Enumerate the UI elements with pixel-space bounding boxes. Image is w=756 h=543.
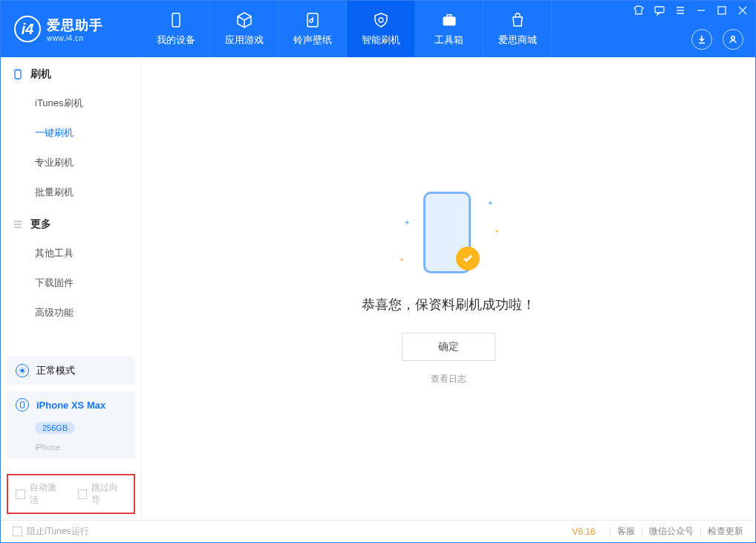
menu-icon[interactable] xyxy=(674,4,687,17)
device-type: iPhone xyxy=(35,443,60,452)
cube-icon xyxy=(235,11,253,29)
app-header: i4 爱思助手 www.i4.cn 我的设备 应用游戏 铃声壁纸 智能刷机 工具… xyxy=(1,1,755,57)
window-controls xyxy=(632,4,749,17)
tab-my-device[interactable]: 我的设备 xyxy=(142,1,210,57)
svg-point-8 xyxy=(21,369,24,372)
phone-icon xyxy=(13,69,23,79)
svg-rect-10 xyxy=(21,402,25,408)
storage-badge: 256GB xyxy=(35,422,75,434)
status-bar: 阻止iTunes运行 V8.16 | 客服 | 微信公众号 | 检查更新 xyxy=(1,520,755,542)
view-log-link[interactable]: 查看日志 xyxy=(431,373,466,386)
version-label: V8.16 xyxy=(572,527,595,537)
close-button[interactable] xyxy=(736,4,749,17)
sidebar-item-oneclick-flash[interactable]: 一键刷机 xyxy=(1,118,141,148)
feedback-icon[interactable] xyxy=(653,4,666,17)
sidebar-item-batch-flash[interactable]: 批量刷机 xyxy=(1,178,141,207)
checkbox-icon xyxy=(78,490,88,499)
sidebar-section-more: 更多 xyxy=(1,207,141,238)
svg-rect-5 xyxy=(718,7,726,14)
tab-ringtone-wallpaper[interactable]: 铃声壁纸 xyxy=(278,1,347,57)
success-illustration: ✦✦✦✦ xyxy=(397,192,501,281)
footer-link-wechat[interactable]: 微信公众号 xyxy=(649,525,694,538)
shirt-icon[interactable] xyxy=(632,4,645,17)
svg-rect-4 xyxy=(655,7,664,13)
sidebar-item-itunes-flash[interactable]: iTunes刷机 xyxy=(1,88,141,118)
app-logo: i4 爱思助手 www.i4.cn xyxy=(1,16,142,42)
main-content: ✦✦✦✦ 恭喜您，保资料刷机成功啦！ 确定 查看日志 xyxy=(142,57,755,520)
device-icon xyxy=(16,398,29,412)
mode-card[interactable]: 正常模式 xyxy=(7,357,135,385)
tab-smart-flash[interactable]: 智能刷机 xyxy=(347,1,415,57)
footer-link-update[interactable]: 检查更新 xyxy=(708,525,743,538)
checkbox-auto-activate[interactable]: 自动激活 xyxy=(16,481,65,507)
maximize-button[interactable] xyxy=(715,4,729,17)
device-icon xyxy=(167,11,185,29)
flash-options-highlighted: 自动激活 跳过向导 xyxy=(7,474,135,514)
ok-button[interactable]: 确定 xyxy=(402,333,495,361)
sidebar: 刷机 iTunes刷机 一键刷机 专业刷机 批量刷机 更多 其他工具 下载固件 … xyxy=(1,57,142,520)
sidebar-item-pro-flash[interactable]: 专业刷机 xyxy=(1,148,141,178)
svg-rect-7 xyxy=(15,70,21,79)
svg-rect-3 xyxy=(447,15,452,17)
device-card[interactable]: iPhone XS Max 256GB iPhone xyxy=(7,391,135,459)
svg-rect-2 xyxy=(443,17,455,25)
sidebar-item-advanced[interactable]: 高级功能 xyxy=(1,298,141,328)
user-button[interactable] xyxy=(723,29,743,50)
tab-store[interactable]: 爱思商城 xyxy=(483,1,552,57)
logo-icon: i4 xyxy=(14,16,41,42)
footer-link-support[interactable]: 客服 xyxy=(617,525,635,538)
success-message: 恭喜您，保资料刷机成功啦！ xyxy=(362,296,535,313)
checkbox-icon xyxy=(13,527,22,536)
main-tabs: 我的设备 应用游戏 铃声壁纸 智能刷机 工具箱 爱思商城 xyxy=(142,1,552,57)
app-name-en: www.i4.cn xyxy=(47,34,103,42)
tab-toolbox[interactable]: 工具箱 xyxy=(415,1,483,57)
app-name-cn: 爱思助手 xyxy=(47,18,103,33)
header-actions xyxy=(691,29,743,50)
svg-point-6 xyxy=(731,36,734,39)
download-button[interactable] xyxy=(691,29,712,50)
svg-rect-0 xyxy=(172,13,180,27)
checkbox-icon xyxy=(16,490,25,499)
refresh-shield-icon xyxy=(372,11,390,29)
check-icon xyxy=(456,247,480,270)
music-icon xyxy=(304,11,322,29)
checkbox-block-itunes[interactable]: 阻止iTunes运行 xyxy=(13,525,89,538)
sidebar-section-flash: 刷机 xyxy=(1,57,141,88)
checkbox-skip-guide[interactable]: 跳过向导 xyxy=(78,481,127,507)
list-icon xyxy=(13,219,23,230)
sidebar-item-other-tools[interactable]: 其他工具 xyxy=(1,238,141,268)
mode-icon xyxy=(16,364,29,377)
device-name: iPhone XS Max xyxy=(36,400,105,411)
mode-label: 正常模式 xyxy=(36,364,75,377)
sidebar-item-download-firmware[interactable]: 下载固件 xyxy=(1,268,141,298)
briefcase-icon xyxy=(440,11,458,29)
tab-apps-games[interactable]: 应用游戏 xyxy=(210,1,278,57)
minimize-button[interactable] xyxy=(694,4,708,17)
bag-icon xyxy=(509,11,527,29)
